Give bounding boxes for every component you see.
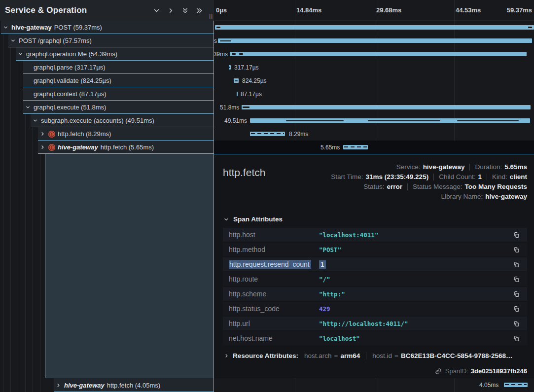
timeline-row: 824.25µs xyxy=(214,74,534,87)
attribute-key: http.request.resend_count xyxy=(229,260,319,268)
attribute-value: "localhost:4011" xyxy=(319,231,378,239)
copy-icon[interactable] xyxy=(513,290,521,298)
attribute-row[interactable]: http.status_code 429 xyxy=(223,302,527,316)
span-label: POST (59.37ms) xyxy=(54,24,102,31)
chevron-down-icon[interactable] xyxy=(223,216,230,223)
resource-attributes-row[interactable]: Resource Attributes: host.arch=arm64 hos… xyxy=(223,352,527,359)
span-bar[interactable] xyxy=(250,118,530,123)
meta-label: Start Time: xyxy=(331,173,363,180)
chevron-down-icon[interactable] xyxy=(2,24,9,31)
attribute-value: 429 xyxy=(319,305,330,313)
attribute-row-selected[interactable]: http.request.resend_count 1 xyxy=(223,257,527,271)
chevrons-right-icon[interactable] xyxy=(195,6,203,14)
attribute-value: "POST" xyxy=(319,246,341,253)
span-label: http.fetch (5.65ms) xyxy=(101,143,154,151)
tree-row[interactable]: hive-gateway http.fetch (4.05ms) xyxy=(0,378,214,392)
meta-value: 31ms (23:35:49.225) xyxy=(366,173,429,180)
span-bar[interactable] xyxy=(229,65,231,70)
attribute-row[interactable]: http.scheme "http:" xyxy=(223,287,527,301)
copy-icon[interactable] xyxy=(513,334,521,342)
span-bar[interactable] xyxy=(504,383,528,387)
panel-splitter[interactable] xyxy=(214,21,214,392)
chevron-right-icon[interactable] xyxy=(223,353,230,359)
attribute-value: "http:" xyxy=(319,290,345,298)
timeline-row: 54.39ms xyxy=(214,47,534,61)
timeline-row-selected[interactable]: 5.65ms xyxy=(214,141,534,154)
tree-row[interactable]: POST /graphql (57.57ms) xyxy=(0,34,214,47)
tree-row[interactable]: graphql.execute (51.8ms) xyxy=(0,101,214,114)
span-attributes-header[interactable]: Span Attributes xyxy=(223,215,527,223)
copy-icon[interactable] xyxy=(513,260,521,268)
gridline xyxy=(295,0,295,21)
span-bar[interactable] xyxy=(242,105,531,109)
attribute-key: http.scheme xyxy=(229,290,319,298)
span-bar[interactable] xyxy=(234,78,239,83)
tree-row[interactable]: graphql.operation Me (54.39ms) xyxy=(0,47,214,61)
copy-icon[interactable] xyxy=(513,231,521,239)
attribute-row[interactable]: http.method "POST" xyxy=(223,243,527,256)
chevron-down-icon[interactable] xyxy=(24,104,31,111)
chevron-right-icon[interactable] xyxy=(167,6,175,14)
splitter-handle[interactable]: || xyxy=(209,13,213,19)
resource-pair: host.arch=arm64 xyxy=(304,352,360,359)
chevrons-down-icon[interactable] xyxy=(181,6,189,14)
ruler-tick: 44.53ms xyxy=(456,6,481,14)
span-bar[interactable] xyxy=(230,52,527,56)
tree-row[interactable]: graphql.parse (317.17µs) xyxy=(0,61,214,74)
attribute-key: http.method xyxy=(229,246,319,253)
selected-subtree-region[interactable] xyxy=(45,154,214,378)
trace-viewer: 0µs 14.84ms 29.68ms 44.53ms 59.37ms 57.5… xyxy=(0,0,534,392)
attribute-key: http.host xyxy=(229,231,319,239)
span-bar[interactable] xyxy=(237,92,238,96)
meta-value: hive-gateway xyxy=(485,193,527,200)
span-id-row: SpanID: 3de02518937fb246 xyxy=(223,367,527,375)
ruler-tick: 0µs xyxy=(216,6,227,14)
duration-label: 824.25µs xyxy=(242,77,267,84)
meta-value: Too Many Requests xyxy=(464,183,527,190)
copy-icon[interactable] xyxy=(513,275,521,283)
tree-row[interactable]: ! http.fetch (8.29ms) xyxy=(0,127,214,141)
attribute-key: http.url xyxy=(229,320,319,327)
attribute-row[interactable]: http.url "http://localhost:4011/" xyxy=(223,317,527,330)
timeline-row: 8.29ms xyxy=(214,127,534,141)
span-bar[interactable] xyxy=(343,145,368,149)
duration-label: 57.57ms xyxy=(214,37,217,44)
tree-row[interactable]: hive-gateway POST (59.37ms) xyxy=(0,21,214,34)
attribute-row[interactable]: net.host.name "localhost" xyxy=(223,331,527,345)
timeline-row: 57.57ms xyxy=(214,34,534,47)
chevron-down-icon[interactable] xyxy=(152,6,160,14)
attribute-row[interactable]: http.route "/" xyxy=(223,272,527,286)
chevron-right-icon[interactable] xyxy=(39,131,46,138)
attribute-key: http.status_code xyxy=(229,305,319,313)
tree-guide xyxy=(33,127,33,392)
tree-row[interactable]: graphql.context (87.17µs) xyxy=(0,87,214,101)
attribute-row[interactable]: http.host "localhost:4011" xyxy=(223,228,527,242)
meta-label: Status: xyxy=(363,183,384,190)
copy-icon[interactable] xyxy=(513,320,521,327)
span-bar[interactable] xyxy=(250,132,285,136)
chevron-down-icon[interactable] xyxy=(9,37,16,44)
chevron-down-icon[interactable] xyxy=(32,117,38,124)
timeline-rows: 57.57ms 54.39ms 317.17µs 824.25µs xyxy=(214,21,534,154)
gridline xyxy=(295,378,295,392)
span-label: graphql.execute (51.8ms) xyxy=(34,104,106,111)
copy-icon[interactable] xyxy=(513,246,521,253)
tree-row[interactable]: subgraph.execute (accounts) (49.51ms) xyxy=(0,114,214,127)
span-bar[interactable] xyxy=(215,25,534,30)
chevron-right-icon[interactable] xyxy=(55,382,62,389)
meta-label: Child Count: xyxy=(439,173,475,180)
span-bar[interactable] xyxy=(218,38,532,43)
span-label: POST /graphql (57.57ms) xyxy=(19,37,92,44)
tree-row-selected[interactable]: ! hive-gateway http.fetch (5.65ms) xyxy=(0,141,214,154)
link-icon[interactable] xyxy=(435,368,442,375)
timeline-row: 317.17µs xyxy=(214,61,534,74)
meta-label: Library Name: xyxy=(441,193,483,200)
copy-icon[interactable] xyxy=(513,305,521,313)
chevron-down-icon[interactable] xyxy=(17,51,24,58)
chevron-right-icon[interactable] xyxy=(39,144,46,151)
meta-value: client xyxy=(510,173,527,180)
ruler-tick: 59.37ms xyxy=(507,6,532,14)
span-service: hive-gateway xyxy=(11,24,52,31)
ruler-tick: 14.84ms xyxy=(296,6,321,14)
tree-row[interactable]: graphql.validate (824.25µs) xyxy=(0,74,214,87)
